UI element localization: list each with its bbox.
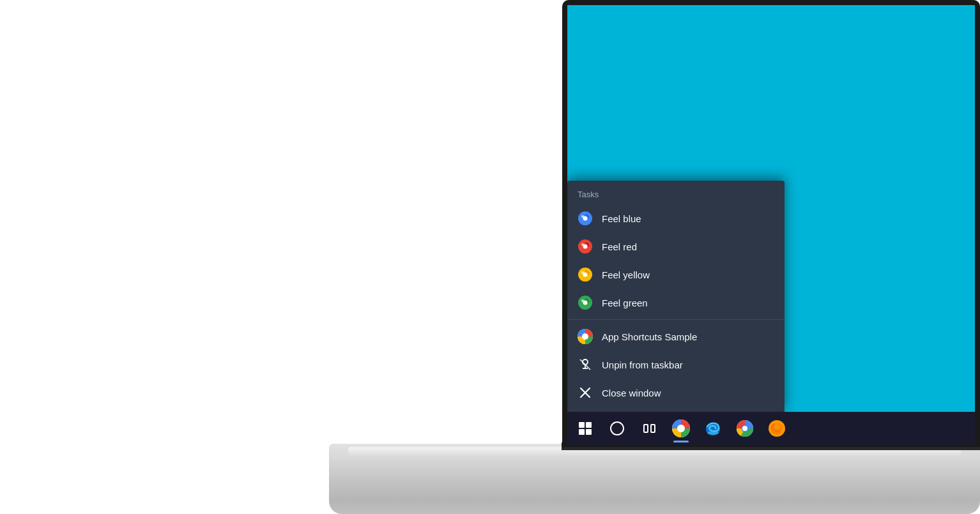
svg-point-5 xyxy=(581,243,584,246)
taskbar-app-shortcuts-button[interactable] xyxy=(666,413,696,444)
windows-logo-icon xyxy=(579,422,592,435)
svg-point-21 xyxy=(677,425,685,432)
close-icon xyxy=(578,385,593,400)
taskview-rect2 xyxy=(650,424,655,433)
feel-green-label: Feel green xyxy=(602,298,648,308)
close-window-label: Close window xyxy=(602,388,661,398)
context-menu-item-feel-green[interactable]: Feel green xyxy=(567,289,785,317)
context-menu-section-label: Tasks xyxy=(567,186,785,204)
svg-point-26 xyxy=(742,426,747,431)
context-menu-item-feel-blue[interactable]: Feel blue xyxy=(567,204,785,232)
feel-red-label: Feel red xyxy=(602,241,637,252)
taskbar-search-button[interactable] xyxy=(602,413,632,444)
unpin-label: Unpin from taskbar xyxy=(602,359,683,370)
svg-point-8 xyxy=(581,271,584,274)
taskbar-start-button[interactable] xyxy=(570,413,601,444)
context-menu: Tasks Feel blue xyxy=(567,181,785,412)
chrome-icon xyxy=(737,420,753,437)
svg-point-23 xyxy=(707,431,719,435)
context-menu-divider xyxy=(567,319,785,320)
search-icon xyxy=(610,421,624,435)
feel-blue-label: Feel blue xyxy=(602,213,641,224)
firefox-icon xyxy=(769,420,785,437)
unpin-icon xyxy=(578,357,593,372)
feel-blue-icon xyxy=(578,211,593,226)
feel-green-icon xyxy=(578,295,593,310)
context-menu-item-close[interactable]: Close window xyxy=(567,379,785,407)
taskview-rect1 xyxy=(643,424,648,433)
background-white xyxy=(0,0,575,514)
context-menu-item-app-name[interactable]: App Shortcuts Sample xyxy=(567,322,785,351)
feel-yellow-icon xyxy=(578,267,593,282)
svg-point-30 xyxy=(774,425,780,430)
svg-point-11 xyxy=(581,299,584,302)
svg-point-13 xyxy=(582,333,588,340)
taskbar xyxy=(567,412,975,445)
context-menu-item-feel-yellow[interactable]: Feel yellow xyxy=(567,261,785,289)
app-shortcuts-taskbar-icon xyxy=(672,420,690,437)
taskbar-chrome-button[interactable] xyxy=(730,413,760,444)
svg-point-2 xyxy=(581,215,584,218)
app-shortcuts-icon xyxy=(578,329,593,344)
laptop-base xyxy=(329,444,980,514)
svg-point-14 xyxy=(583,359,588,365)
taskview-icon xyxy=(643,424,655,433)
taskbar-edge-button[interactable] xyxy=(698,413,728,444)
taskbar-firefox-button[interactable] xyxy=(762,413,792,444)
edge-icon xyxy=(705,420,721,437)
feel-yellow-label: Feel yellow xyxy=(602,269,650,280)
feel-red-icon xyxy=(578,239,593,254)
context-menu-item-feel-red[interactable]: Feel red xyxy=(567,232,785,261)
app-name-label: App Shortcuts Sample xyxy=(602,331,697,342)
context-menu-item-unpin[interactable]: Unpin from taskbar xyxy=(567,351,785,379)
taskbar-taskview-button[interactable] xyxy=(634,413,664,444)
laptop-screen: Tasks Feel blue xyxy=(567,5,975,445)
